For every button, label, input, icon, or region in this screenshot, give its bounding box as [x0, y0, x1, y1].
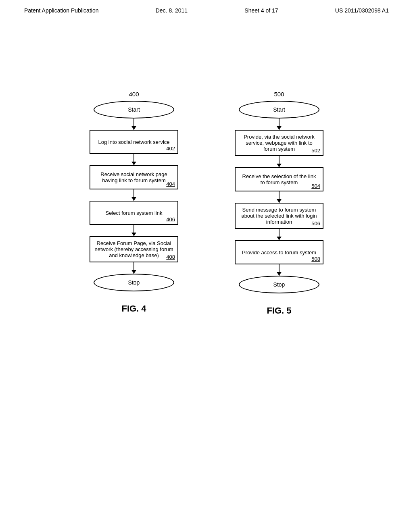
fig4-top-label: 400 [129, 91, 139, 98]
header-date: Dec. 8, 2011 [156, 7, 188, 14]
arrow-fig4-1 [133, 118, 134, 130]
fig5-step-508: Provide access to forum system 508 [235, 240, 323, 264]
arrow-fig5-2 [279, 156, 280, 167]
arrow-fig5-4 [279, 229, 280, 240]
flowchart-fig4: 400 Start Log into social network servic… [77, 91, 190, 291]
fig4-start-oval: Start [94, 101, 174, 118]
arrow-fig5-5 [279, 264, 280, 276]
arrow-fig5-1 [279, 118, 280, 130]
fig5-start-oval: Start [239, 101, 319, 118]
arrow-fig5-3 [279, 191, 280, 203]
fig4-container: 400 Start Log into social network servic… [77, 91, 190, 316]
arrow-fig4-4 [133, 225, 134, 236]
arrow-fig4-5 [133, 262, 134, 274]
fig5-top-label: 500 [274, 91, 284, 98]
fig5-stop-oval: Stop [239, 276, 319, 293]
header-publication-label: Patent Application Publication [24, 7, 98, 14]
fig5-step-502: Provide, via the social network service,… [235, 130, 323, 156]
fig4-step-408: Receive Forum Page, via Social network (… [90, 236, 178, 262]
header-patent-number: US 2011/0302098 A1 [335, 7, 389, 14]
fig4-stop-oval: Stop [94, 274, 174, 291]
fig4-label: FIG. 4 [121, 303, 146, 314]
fig5-step-506: Send message to forum system about the s… [235, 203, 323, 229]
arrow-fig4-3 [133, 189, 134, 201]
fig4-step-404: Receive social network page having link … [90, 165, 178, 189]
flowchart-fig5: 500 Start Provide, via the social networ… [223, 91, 336, 293]
fig5-label: FIG. 5 [267, 305, 291, 316]
page-header: Patent Application Publication Dec. 8, 2… [0, 0, 413, 18]
fig5-step-504: Receive the selection of the link to for… [235, 167, 323, 191]
fig4-step-402: Log into social network service 402 [90, 130, 178, 154]
fig4-step-406: Select forum system link 406 [90, 201, 178, 225]
header-sheet: Sheet 4 of 17 [244, 7, 278, 14]
arrow-fig4-2 [133, 154, 134, 165]
diagrams-area: 400 Start Log into social network servic… [0, 18, 413, 332]
fig5-container: 500 Start Provide, via the social networ… [223, 91, 336, 316]
